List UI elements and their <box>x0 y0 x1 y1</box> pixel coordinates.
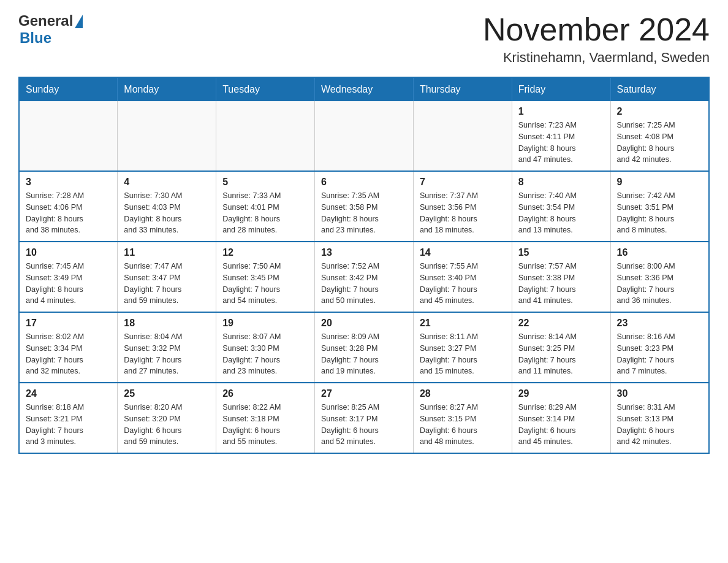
day-info: Sunrise: 7:23 AM Sunset: 4:11 PM Dayligh… <box>518 120 604 166</box>
logo-blue-text: Blue <box>20 29 51 47</box>
calendar-week-row: 3Sunrise: 7:28 AM Sunset: 4:06 PM Daylig… <box>19 171 709 242</box>
calendar-body: 1Sunrise: 7:23 AM Sunset: 4:11 PM Daylig… <box>19 101 709 453</box>
day-info: Sunrise: 7:52 AM Sunset: 3:42 PM Dayligh… <box>321 261 407 307</box>
location-subtitle: Kristinehamn, Vaermland, Sweden <box>483 50 710 66</box>
day-number: 25 <box>124 388 210 399</box>
day-number: 3 <box>26 177 111 188</box>
calendar-cell: 30Sunrise: 8:31 AM Sunset: 3:13 PM Dayli… <box>610 383 709 453</box>
weekday-header: Saturday <box>610 77 709 101</box>
calendar-cell: 17Sunrise: 8:02 AM Sunset: 3:34 PM Dayli… <box>19 312 118 383</box>
calendar-cell: 8Sunrise: 7:40 AM Sunset: 3:54 PM Daylig… <box>512 171 610 242</box>
calendar-cell: 7Sunrise: 7:37 AM Sunset: 3:56 PM Daylig… <box>413 171 512 242</box>
day-info: Sunrise: 8:07 AM Sunset: 3:30 PM Dayligh… <box>222 331 308 377</box>
day-number: 29 <box>518 388 604 399</box>
calendar-cell: 28Sunrise: 8:27 AM Sunset: 3:15 PM Dayli… <box>413 383 512 453</box>
page-header: General Blue November 2024 Kristinehamn,… <box>18 12 710 66</box>
day-info: Sunrise: 7:50 AM Sunset: 3:45 PM Dayligh… <box>222 261 308 307</box>
day-info: Sunrise: 8:11 AM Sunset: 3:27 PM Dayligh… <box>420 331 506 377</box>
day-info: Sunrise: 7:37 AM Sunset: 3:56 PM Dayligh… <box>420 190 506 236</box>
day-number: 13 <box>321 247 407 258</box>
calendar-table: SundayMondayTuesdayWednesdayThursdayFrid… <box>18 77 710 454</box>
day-info: Sunrise: 7:45 AM Sunset: 3:49 PM Dayligh… <box>26 261 111 307</box>
day-number: 17 <box>26 318 111 329</box>
calendar-week-row: 10Sunrise: 7:45 AM Sunset: 3:49 PM Dayli… <box>19 242 709 312</box>
calendar-cell <box>315 101 414 171</box>
calendar-cell: 18Sunrise: 8:04 AM Sunset: 3:32 PM Dayli… <box>118 312 216 383</box>
calendar-cell: 1Sunrise: 7:23 AM Sunset: 4:11 PM Daylig… <box>512 101 610 171</box>
calendar-cell <box>216 101 315 171</box>
day-number: 4 <box>124 177 210 188</box>
day-number: 11 <box>124 247 210 258</box>
day-info: Sunrise: 7:47 AM Sunset: 3:47 PM Dayligh… <box>124 261 210 307</box>
day-info: Sunrise: 8:04 AM Sunset: 3:32 PM Dayligh… <box>124 331 210 377</box>
calendar-cell: 5Sunrise: 7:33 AM Sunset: 4:01 PM Daylig… <box>216 171 315 242</box>
day-number: 7 <box>420 177 506 188</box>
calendar-cell: 4Sunrise: 7:30 AM Sunset: 4:03 PM Daylig… <box>118 171 216 242</box>
day-number: 2 <box>617 106 702 117</box>
calendar-cell: 11Sunrise: 7:47 AM Sunset: 3:47 PM Dayli… <box>118 242 216 312</box>
day-info: Sunrise: 8:27 AM Sunset: 3:15 PM Dayligh… <box>420 402 506 448</box>
day-number: 8 <box>518 177 604 188</box>
day-number: 14 <box>420 247 506 258</box>
calendar-cell: 6Sunrise: 7:35 AM Sunset: 3:58 PM Daylig… <box>315 171 414 242</box>
day-info: Sunrise: 7:28 AM Sunset: 4:06 PM Dayligh… <box>26 190 111 236</box>
day-number: 15 <box>518 247 604 258</box>
day-number: 22 <box>518 318 604 329</box>
weekday-header: Thursday <box>413 77 512 101</box>
calendar-week-row: 17Sunrise: 8:02 AM Sunset: 3:34 PM Dayli… <box>19 312 709 383</box>
calendar-cell: 23Sunrise: 8:16 AM Sunset: 3:23 PM Dayli… <box>610 312 709 383</box>
calendar-week-row: 24Sunrise: 8:18 AM Sunset: 3:21 PM Dayli… <box>19 383 709 453</box>
day-info: Sunrise: 8:14 AM Sunset: 3:25 PM Dayligh… <box>518 331 604 377</box>
day-number: 16 <box>617 247 702 258</box>
day-number: 9 <box>617 177 702 188</box>
day-number: 28 <box>420 388 506 399</box>
day-info: Sunrise: 7:42 AM Sunset: 3:51 PM Dayligh… <box>617 190 702 236</box>
calendar-cell <box>413 101 512 171</box>
day-number: 23 <box>617 318 702 329</box>
day-number: 1 <box>518 106 604 117</box>
day-info: Sunrise: 8:20 AM Sunset: 3:20 PM Dayligh… <box>124 402 210 448</box>
calendar-cell: 2Sunrise: 7:25 AM Sunset: 4:08 PM Daylig… <box>610 101 709 171</box>
day-info: Sunrise: 8:29 AM Sunset: 3:14 PM Dayligh… <box>518 402 604 448</box>
calendar-cell: 21Sunrise: 8:11 AM Sunset: 3:27 PM Dayli… <box>413 312 512 383</box>
calendar-header: SundayMondayTuesdayWednesdayThursdayFrid… <box>19 77 709 101</box>
day-number: 5 <box>222 177 308 188</box>
day-info: Sunrise: 7:25 AM Sunset: 4:08 PM Dayligh… <box>617 120 702 166</box>
day-number: 10 <box>26 247 111 258</box>
calendar-cell: 27Sunrise: 8:25 AM Sunset: 3:17 PM Dayli… <box>315 383 414 453</box>
day-number: 12 <box>222 247 308 258</box>
day-number: 26 <box>222 388 308 399</box>
calendar-cell: 20Sunrise: 8:09 AM Sunset: 3:28 PM Dayli… <box>315 312 414 383</box>
logo-general-text: General <box>18 12 73 29</box>
day-number: 20 <box>321 318 407 329</box>
logo-triangle-icon <box>75 15 83 28</box>
calendar-cell: 16Sunrise: 8:00 AM Sunset: 3:36 PM Dayli… <box>610 242 709 312</box>
day-number: 24 <box>26 388 111 399</box>
day-info: Sunrise: 8:18 AM Sunset: 3:21 PM Dayligh… <box>26 402 111 448</box>
month-title: November 2024 <box>483 12 710 47</box>
day-info: Sunrise: 8:31 AM Sunset: 3:13 PM Dayligh… <box>617 402 702 448</box>
day-info: Sunrise: 7:35 AM Sunset: 3:58 PM Dayligh… <box>321 190 407 236</box>
title-block: November 2024 Kristinehamn, Vaermland, S… <box>483 12 710 66</box>
calendar-week-row: 1Sunrise: 7:23 AM Sunset: 4:11 PM Daylig… <box>19 101 709 171</box>
day-info: Sunrise: 7:57 AM Sunset: 3:38 PM Dayligh… <box>518 261 604 307</box>
calendar-cell: 12Sunrise: 7:50 AM Sunset: 3:45 PM Dayli… <box>216 242 315 312</box>
weekday-header: Monday <box>118 77 216 101</box>
weekday-header: Tuesday <box>216 77 315 101</box>
day-info: Sunrise: 8:16 AM Sunset: 3:23 PM Dayligh… <box>617 331 702 377</box>
calendar-cell: 29Sunrise: 8:29 AM Sunset: 3:14 PM Dayli… <box>512 383 610 453</box>
day-info: Sunrise: 7:33 AM Sunset: 4:01 PM Dayligh… <box>222 190 308 236</box>
calendar-cell: 19Sunrise: 8:07 AM Sunset: 3:30 PM Dayli… <box>216 312 315 383</box>
calendar-cell: 10Sunrise: 7:45 AM Sunset: 3:49 PM Dayli… <box>19 242 118 312</box>
calendar-cell <box>19 101 118 171</box>
day-info: Sunrise: 8:00 AM Sunset: 3:36 PM Dayligh… <box>617 261 702 307</box>
day-info: Sunrise: 7:30 AM Sunset: 4:03 PM Dayligh… <box>124 190 210 236</box>
day-info: Sunrise: 7:40 AM Sunset: 3:54 PM Dayligh… <box>518 190 604 236</box>
weekday-header: Sunday <box>19 77 118 101</box>
day-info: Sunrise: 8:22 AM Sunset: 3:18 PM Dayligh… <box>222 402 308 448</box>
day-number: 18 <box>124 318 210 329</box>
day-number: 21 <box>420 318 506 329</box>
weekday-header: Wednesday <box>315 77 414 101</box>
day-info: Sunrise: 8:02 AM Sunset: 3:34 PM Dayligh… <box>26 331 111 377</box>
logo: General Blue <box>18 12 83 47</box>
